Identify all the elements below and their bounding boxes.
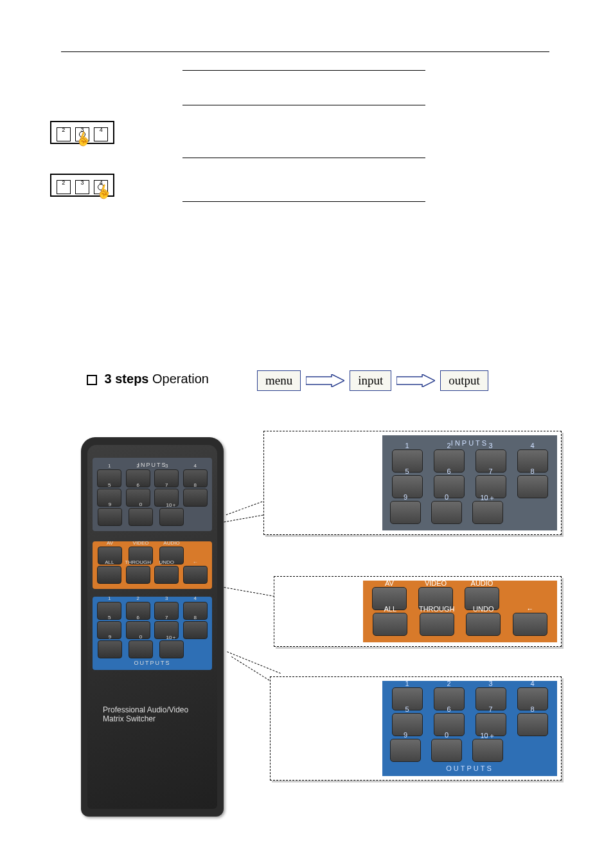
device-button-2: 2	[57, 127, 71, 141]
input-key-10plus[interactable]: 10＋	[159, 508, 184, 526]
zoom-inputs-keypad: INPUTS 1 2 3 4 5 6 7 8 9 0 10＋	[382, 435, 557, 530]
flow-box-input: input	[350, 370, 391, 391]
remote-brand-label: Professional Audio/Video Matrix Switcher	[103, 705, 188, 723]
outputs-header: OUTPUTS	[386, 764, 553, 772]
button-number: 3	[80, 179, 84, 186]
output-key-0[interactable]: 0	[431, 739, 462, 762]
flow-box-menu: menu	[257, 370, 301, 391]
brand-line-1: Professional Audio/Video	[103, 705, 188, 714]
menu-key-undo[interactable]: UNDO	[154, 566, 179, 584]
rule	[61, 51, 549, 52]
outputs-header: OUTPUTS	[95, 660, 209, 666]
output-key-6[interactable]: 6	[434, 713, 465, 736]
remote-inputs-keypad: INPUTS 1 2 3 4 5 6 7 8 9 0 10＋	[93, 458, 212, 531]
menu-key-back[interactable]: ←	[513, 613, 547, 636]
remote-menu-keypad: AV VIDEO AUDIO ALL THROUGH UNDO ←	[93, 541, 212, 589]
output-key-10plus[interactable]: 10＋	[159, 640, 184, 658]
output-key-9[interactable]: 9	[98, 640, 122, 658]
remote-control-photo: INPUTS 1 2 3 4 5 6 7 8 9 0 10＋	[81, 437, 224, 817]
leader-line	[224, 515, 263, 523]
inputs-header: INPUTS	[386, 439, 553, 447]
flow-box-output: output	[440, 370, 488, 391]
input-key-9[interactable]: 9	[98, 508, 122, 526]
callout-menu: AV VIDEO AUDIO ALL THROUGH UNDO ←	[274, 576, 562, 647]
input-key-8[interactable]: 8	[183, 489, 208, 507]
zoom-menu-keypad: AV VIDEO AUDIO ALL THROUGH UNDO ←	[363, 581, 557, 642]
menu-key-back[interactable]: ←	[183, 566, 208, 584]
arrow-right-icon	[306, 374, 344, 387]
menu-key-all[interactable]: ALL	[373, 613, 407, 636]
rule	[182, 158, 425, 158]
output-key-0[interactable]: 0	[129, 640, 153, 658]
input-key-0[interactable]: 0	[129, 508, 153, 526]
button-number: 4	[100, 127, 103, 133]
callout-outputs: 1 2 3 4 5 6 7 8 9 0 10＋ OUTPUTS	[270, 676, 562, 781]
steps-heading: 3 steps Operation	[87, 372, 209, 386]
menu-key-through[interactable]: THROUGH	[420, 613, 454, 636]
device-button-2: 2	[57, 180, 71, 194]
menu-key-undo[interactable]: UNDO	[466, 613, 501, 636]
svg-marker-1	[396, 374, 435, 387]
button-number: 2	[62, 179, 65, 186]
svg-marker-0	[306, 374, 344, 387]
brand-line-2: Matrix Switcher	[103, 714, 155, 723]
device-button-4: 4	[94, 127, 108, 141]
rule	[182, 70, 425, 71]
remote-outputs-keypad: 1 2 3 4 5 6 7 8 9 0 10＋ OUTPUTS	[93, 597, 212, 670]
input-key-0[interactable]: 0	[431, 501, 462, 524]
input-key-9[interactable]: 9	[390, 501, 421, 524]
input-key-6[interactable]: 6	[126, 489, 150, 507]
steps-rest: Operation	[149, 372, 209, 386]
menu-key-all[interactable]: ALL	[97, 566, 121, 584]
bullet-square-icon	[87, 375, 97, 385]
mini-device-diagram-1: 2 3 4 ☝	[50, 121, 114, 144]
mini-device-diagram-2: 2 3 4 ☝	[50, 174, 114, 197]
page: 2 3 4 ☝ 2 3 4 ☝ 3 steps Operation menu i…	[0, 0, 613, 868]
device-button-3: 3	[75, 180, 89, 194]
menu-key-through[interactable]: THROUGH	[126, 566, 150, 584]
output-key-8[interactable]: 8	[517, 713, 548, 736]
flow-diagram: menu input output	[257, 370, 488, 391]
output-key-9[interactable]: 9	[390, 739, 421, 762]
output-key-6[interactable]: 6	[126, 621, 150, 639]
input-key-8[interactable]: 8	[517, 475, 548, 498]
zoom-outputs-keypad: 1 2 3 4 5 6 7 8 9 0 10＋ OUTPUTS	[382, 681, 557, 776]
steps-bold: 3 steps	[105, 372, 149, 386]
inputs-header: INPUTS	[95, 462, 209, 468]
input-key-10plus[interactable]: 10＋	[472, 501, 503, 524]
rule	[182, 105, 425, 105]
leader-line	[226, 502, 263, 515]
arrow-right-icon	[396, 374, 435, 387]
rule	[182, 201, 425, 202]
callout-inputs: INPUTS 1 2 3 4 5 6 7 8 9 0 10＋	[263, 431, 562, 535]
output-key-8[interactable]: 8	[183, 621, 208, 639]
button-number: 2	[62, 127, 65, 133]
input-key-6[interactable]: 6	[434, 475, 465, 498]
leader-line	[224, 587, 275, 597]
output-key-10plus[interactable]: 10＋	[472, 739, 503, 762]
